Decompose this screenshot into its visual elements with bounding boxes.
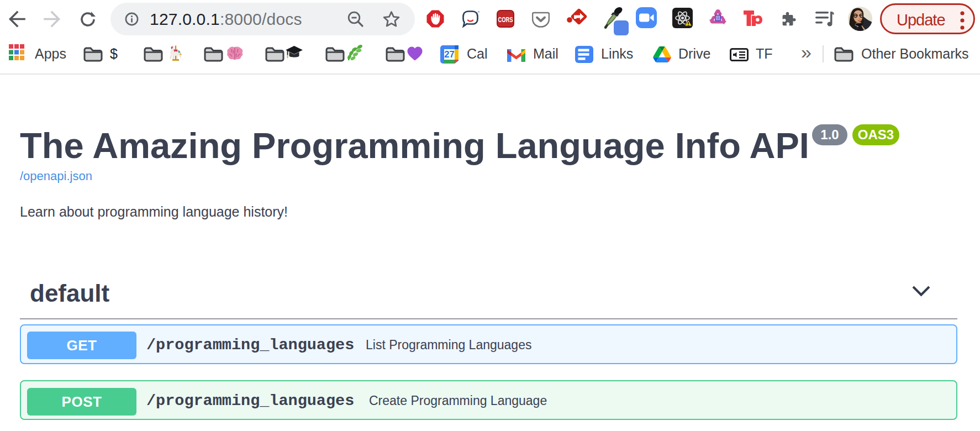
svg-text:CORS: CORS <box>498 15 513 24</box>
svg-text:27: 27 <box>444 49 454 59</box>
